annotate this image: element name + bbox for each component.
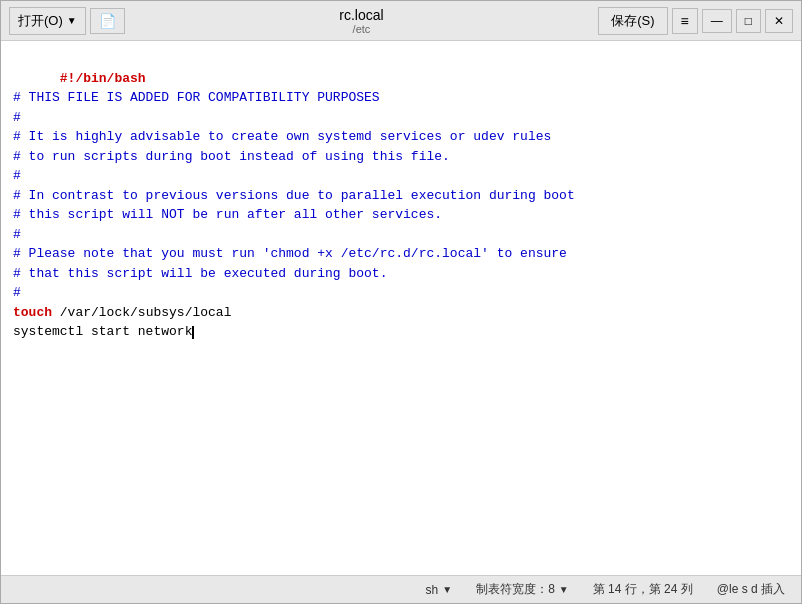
open-button[interactable]: 打开(O) ▼ — [9, 7, 86, 35]
line-14: systemctl start network — [13, 324, 194, 339]
menu-icon: ≡ — [681, 13, 689, 29]
save-button[interactable]: 保存(S) — [598, 7, 667, 35]
close-button[interactable]: ✕ — [765, 9, 793, 33]
titlebar-center: rc.local /etc — [125, 7, 599, 35]
titlebar-right: 保存(S) ≡ — □ ✕ — [598, 7, 793, 35]
window-title: rc.local — [125, 7, 599, 23]
tab-width-label: 制表符宽度：8 — [476, 581, 555, 598]
line-11: # that this script will be executed duri… — [13, 266, 387, 281]
line-5: # to run scripts during boot instead of … — [13, 149, 450, 164]
lang-selector[interactable]: sh ▼ — [426, 583, 453, 597]
tab-dropdown-arrow: ▼ — [559, 584, 569, 595]
file-icon-button[interactable]: 📄 — [90, 8, 125, 34]
line-13: touch /var/lock/subsys/local — [13, 305, 231, 320]
menu-button[interactable]: ≡ — [672, 8, 698, 34]
line-12: # — [13, 285, 21, 300]
main-window: 打开(O) ▼ 📄 rc.local /etc 保存(S) ≡ — □ ✕ #!… — [0, 0, 802, 604]
editor-mode: @le s d 插入 — [717, 581, 785, 598]
code-content: #!/bin/bash # THIS FILE IS ADDED FOR COM… — [13, 49, 789, 361]
line-7: # In contrast to previous versions due t… — [13, 188, 575, 203]
titlebar-left: 打开(O) ▼ 📄 — [9, 7, 125, 35]
line-6: # — [13, 168, 21, 183]
open-label: 打开(O) — [18, 12, 63, 30]
mode-label: @le s d 插入 — [717, 581, 785, 598]
cursor-position: 第 14 行，第 24 列 — [593, 581, 693, 598]
lang-dropdown-arrow: ▼ — [442, 584, 452, 595]
window-path: /etc — [125, 23, 599, 35]
position-label: 第 14 行，第 24 列 — [593, 581, 693, 598]
statusbar: sh ▼ 制表符宽度：8 ▼ 第 14 行，第 24 列 @le s d 插入 — [1, 575, 801, 603]
line-4: # It is highly advisable to create own s… — [13, 129, 551, 144]
line-9: # — [13, 227, 21, 242]
open-dropdown-arrow: ▼ — [67, 15, 77, 26]
file-icon: 📄 — [99, 13, 116, 29]
line-1: #!/bin/bash — [60, 71, 146, 86]
titlebar: 打开(O) ▼ 📄 rc.local /etc 保存(S) ≡ — □ ✕ — [1, 1, 801, 41]
maximize-button[interactable]: □ — [736, 9, 761, 33]
line-2: # THIS FILE IS ADDED FOR COMPATIBILITY P… — [13, 90, 380, 105]
line-3: # — [13, 110, 21, 125]
minimize-button[interactable]: — — [702, 9, 732, 33]
editor-area[interactable]: #!/bin/bash # THIS FILE IS ADDED FOR COM… — [1, 41, 801, 575]
line-8: # this script will NOT be run after all … — [13, 207, 442, 222]
tab-width-selector[interactable]: 制表符宽度：8 ▼ — [476, 581, 569, 598]
lang-label: sh — [426, 583, 439, 597]
line-10: # Please note that you must run 'chmod +… — [13, 246, 567, 261]
